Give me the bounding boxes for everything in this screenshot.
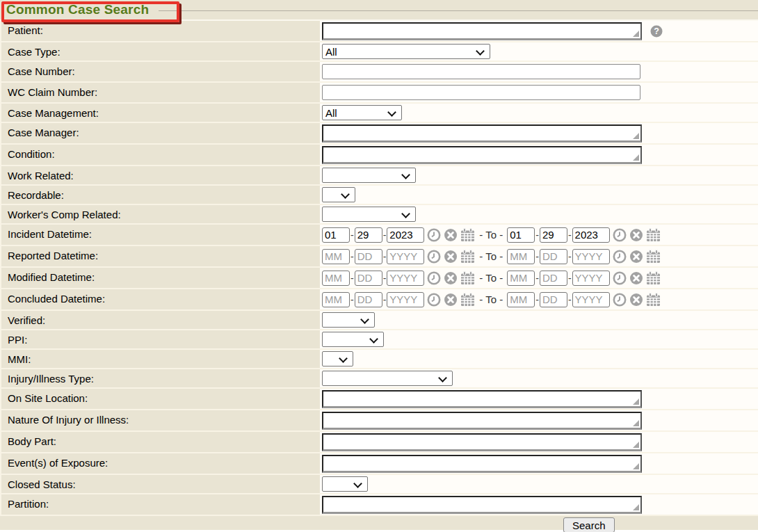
concluded-datetime-field-cell: --- To --- [320, 289, 758, 309]
clear-icon[interactable] [444, 250, 458, 264]
events-of-exposure-textarea[interactable] [322, 455, 642, 473]
chevron-down-icon [387, 108, 396, 117]
modified-datetime-to-year-input[interactable] [572, 271, 610, 286]
partition-textarea[interactable] [322, 496, 642, 514]
clock-icon[interactable] [613, 250, 627, 264]
help-icon[interactable]: ? [650, 25, 663, 38]
patient-textarea[interactable] [322, 22, 642, 40]
chevron-down-icon [438, 373, 447, 382]
work-related-select[interactable] [322, 168, 416, 183]
incident-datetime-to-month-input[interactable] [507, 227, 535, 243]
clear-icon[interactable] [629, 228, 643, 242]
case-type-select[interactable]: All [322, 44, 490, 59]
calendar-icon[interactable] [460, 293, 475, 307]
case-manager-field-cell [320, 123, 758, 143]
case-manager-textarea[interactable] [322, 124, 642, 143]
concluded-datetime-label: Concluded Datetime: [0, 289, 320, 309]
events-of-exposure-label: Event(s) of Exposure: [0, 453, 320, 474]
ppi-select[interactable] [322, 332, 384, 347]
date-part-separator: - [535, 229, 539, 241]
recordable-select[interactable] [322, 187, 355, 202]
date-part-separator: - [568, 229, 572, 241]
concluded-datetime-to-month-input[interactable] [507, 292, 535, 307]
case-number-input[interactable] [322, 64, 640, 79]
reported-datetime-to-year-input[interactable] [572, 249, 610, 264]
incident-datetime-label: Incident Datetime: [0, 225, 320, 245]
ppi-label: PPI: [0, 330, 320, 348]
search-button[interactable]: Search [563, 517, 615, 532]
modified-datetime-to-month-input[interactable] [507, 271, 535, 286]
workers-comp-related-select[interactable] [322, 207, 416, 222]
concluded-datetime-from-year-input[interactable] [387, 292, 424, 307]
condition-textarea[interactable] [322, 146, 642, 164]
closed-status-select[interactable] [322, 476, 368, 492]
date-part-separator: - [568, 273, 572, 284]
clock-icon[interactable] [613, 293, 627, 307]
date-range-to-label: - To - [479, 272, 503, 284]
injury-illness-type-label: Injury/Illness Type: [0, 369, 320, 387]
concluded-datetime-from-day-input[interactable] [355, 292, 382, 307]
clock-icon[interactable] [427, 271, 441, 285]
row-verified: Verified: [0, 311, 758, 330]
date-part-separator: - [350, 229, 354, 241]
reported-datetime-to-day-input[interactable] [540, 249, 567, 264]
nature-of-injury-textarea[interactable] [322, 412, 642, 430]
concluded-datetime-to-year-input[interactable] [572, 292, 610, 307]
case-type-label: Case Type: [0, 42, 320, 61]
clock-icon[interactable] [613, 228, 627, 242]
clear-icon[interactable] [444, 271, 458, 285]
calendar-icon[interactable] [646, 271, 661, 285]
modified-datetime-from-month-input[interactable] [322, 271, 350, 286]
nature-of-injury-label: Nature Of Injury or Illness: [0, 410, 320, 430]
case-management-field-cell: All [320, 104, 758, 122]
clear-icon[interactable] [629, 271, 643, 285]
date-range-to-label: - To - [479, 250, 503, 262]
row-case-manager: Case Manager: [0, 123, 758, 145]
incident-datetime-from-month-input[interactable] [322, 227, 350, 243]
incident-datetime-from-day-input[interactable] [355, 227, 382, 243]
clock-icon[interactable] [427, 228, 441, 242]
incident-datetime-to-year-input[interactable] [572, 227, 610, 243]
modified-datetime-to-day-input[interactable] [540, 271, 567, 286]
search-form: Patient:?Case Type:AllCase Number:WC Cla… [0, 21, 758, 516]
clock-icon[interactable] [427, 293, 441, 307]
calendar-icon[interactable] [460, 250, 475, 264]
clock-icon[interactable] [613, 271, 627, 285]
modified-datetime-from-day-input[interactable] [355, 271, 382, 286]
mmi-select[interactable] [322, 351, 353, 366]
concluded-datetime-to-day-input[interactable] [540, 292, 567, 307]
reported-datetime-from-year-input[interactable] [387, 249, 424, 264]
on-site-location-textarea[interactable] [322, 390, 642, 408]
row-recordable: Recordable: [0, 186, 758, 205]
calendar-icon[interactable] [646, 293, 661, 307]
clear-icon[interactable] [444, 293, 458, 307]
reported-datetime-from-day-input[interactable] [355, 249, 382, 264]
row-events-of-exposure: Event(s) of Exposure: [0, 453, 758, 475]
row-ppi: PPI: [0, 330, 758, 350]
body-part-textarea[interactable] [322, 433, 642, 451]
case-type-field-cell: All [320, 42, 758, 61]
incident-datetime-to-day-input[interactable] [540, 227, 567, 243]
row-case-number: Case Number: [0, 62, 758, 83]
wc-claim-number-input[interactable] [322, 85, 640, 100]
reported-datetime-label: Reported Datetime: [0, 246, 320, 266]
reported-datetime-from-month-input[interactable] [322, 249, 350, 264]
case-management-select[interactable]: All [322, 105, 402, 120]
verified-select[interactable] [322, 312, 375, 328]
footer-bar: Search [0, 516, 758, 532]
clock-icon[interactable] [427, 250, 441, 264]
row-nature-of-injury: Nature Of Injury or Illness: [0, 410, 758, 432]
modified-datetime-from-year-input[interactable] [387, 271, 424, 286]
calendar-icon[interactable] [460, 271, 475, 285]
calendar-icon[interactable] [646, 250, 661, 264]
calendar-icon[interactable] [646, 228, 661, 242]
concluded-datetime-from-month-input[interactable] [322, 292, 350, 307]
clear-icon[interactable] [444, 228, 458, 242]
reported-datetime-to-month-input[interactable] [507, 249, 535, 264]
partition-field-cell [320, 494, 758, 515]
calendar-icon[interactable] [460, 228, 475, 242]
clear-icon[interactable] [629, 293, 643, 307]
clear-icon[interactable] [629, 250, 643, 264]
incident-datetime-from-year-input[interactable] [387, 227, 424, 243]
injury-illness-type-select[interactable] [322, 371, 453, 386]
